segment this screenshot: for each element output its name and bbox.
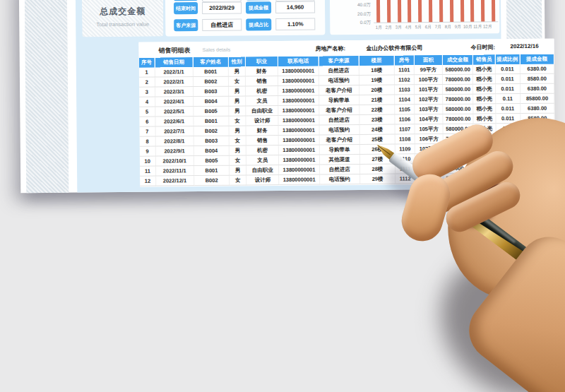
sheet-title: 销售明细表 xyxy=(159,46,191,55)
table-cell: 6380.00 xyxy=(520,64,554,74)
table-cell: 580000.00 xyxy=(443,65,473,75)
x-tick-label: 9月 xyxy=(453,24,463,30)
table-cell: 1106 xyxy=(395,114,415,124)
table-cell: 男 xyxy=(230,165,246,175)
table-cell: 0.11 xyxy=(495,94,520,104)
table-cell: 13800000001 xyxy=(279,165,319,174)
table-cell: 0.011 xyxy=(495,64,520,74)
table-cell: 机密 xyxy=(246,86,278,96)
table-cell: B003 xyxy=(193,86,228,96)
property-name-label: 房地产名称: xyxy=(316,44,346,52)
y-tick-label: 0.0万 xyxy=(360,20,371,26)
table-cell: 稻小壳 xyxy=(473,104,495,114)
bar xyxy=(376,0,381,23)
table-cell: 18楼 xyxy=(359,66,394,76)
column-header: 面积 xyxy=(414,55,442,65)
x-tick-label: 11月 xyxy=(472,24,482,30)
bar xyxy=(429,0,433,22)
table-cell: 导购带单 xyxy=(319,95,359,105)
stat-value: 2022/9/29 xyxy=(202,2,242,14)
x-tick-label: 6月 xyxy=(423,24,433,30)
column-header: 性别 xyxy=(228,57,245,66)
table-cell: 设计师 xyxy=(246,175,279,185)
column-header: 房号 xyxy=(394,55,414,65)
table-cell: 文员 xyxy=(246,96,278,106)
stat-label: 提成占比 xyxy=(246,18,271,30)
chart-x-axis: 1月2月3月4月5月6月7月8月9月10月11月12月 xyxy=(374,23,492,30)
table-cell: 自由职业 xyxy=(246,165,279,175)
table-cell: 2022/7/1 xyxy=(155,126,194,136)
bar xyxy=(386,0,391,23)
stat-value: 1.10% xyxy=(275,18,315,30)
x-tick-label: 10月 xyxy=(463,24,472,30)
table-cell: 财务 xyxy=(246,126,278,136)
summary-subtitle: Total transaction value xyxy=(82,20,163,28)
column-header: 成交金额 xyxy=(442,55,472,65)
table-cell: 0.011 xyxy=(495,84,520,94)
stat-value: 14,960 xyxy=(275,1,315,13)
table-cell: B005 xyxy=(194,155,229,165)
table-cell: 电话预约 xyxy=(319,76,359,85)
column-header: 客户姓名 xyxy=(193,57,228,67)
table-cell: 电话预约 xyxy=(319,174,359,184)
table-cell: 老客户介绍 xyxy=(319,105,359,115)
x-tick-label: 1月 xyxy=(374,25,383,31)
table-cell: 自然进店 xyxy=(319,66,359,76)
table-cell: 13800000001 xyxy=(278,66,319,76)
table-cell: 2022/8/1 xyxy=(155,136,194,146)
table-cell: 3 xyxy=(139,87,155,97)
table-cell: 2022/2/1 xyxy=(155,77,193,87)
bar xyxy=(491,0,495,21)
summary-title: 总成交金额 xyxy=(82,5,163,18)
property-name-value: 金山办公软件有限公司 xyxy=(367,44,423,52)
stat-value: 自然进店 xyxy=(202,19,242,31)
table-cell: 自由职业 xyxy=(246,106,278,116)
table-cell: 男 xyxy=(229,106,246,116)
stat-label: 结束时间 xyxy=(174,2,198,14)
bar xyxy=(408,0,412,22)
x-tick-label: 8月 xyxy=(443,24,453,30)
bar xyxy=(449,0,453,22)
table-cell: 1105 xyxy=(395,105,415,114)
column-header: 销售日期 xyxy=(155,57,193,67)
table-cell: 销售 xyxy=(246,136,278,145)
table-cell: 文员 xyxy=(246,155,278,165)
table-cell: B002 xyxy=(193,76,228,86)
table-cell: 13800000001 xyxy=(278,105,319,115)
table-cell: 2022/5/1 xyxy=(155,107,193,117)
column-header: 职业 xyxy=(245,57,278,66)
table-cell: 1101 xyxy=(394,65,414,75)
table-cell: 6380.00 xyxy=(520,83,554,93)
stat-label: 客户来源 xyxy=(174,19,198,31)
table-cell: B002 xyxy=(194,126,229,136)
table-cell: 6380.00 xyxy=(520,103,554,113)
table-cell: 自然进店 xyxy=(319,165,359,174)
table-cell: 男 xyxy=(229,86,246,96)
table-cell: 580000.00 xyxy=(443,104,473,114)
table-cell: 580000.00 xyxy=(443,84,473,94)
table-cell: 9 xyxy=(140,146,155,156)
table-cell: 1108 xyxy=(395,134,415,144)
bar xyxy=(460,0,464,22)
x-tick-label: 2月 xyxy=(383,25,393,31)
table-cell: B003 xyxy=(194,136,229,145)
table-cell: 1 xyxy=(139,68,155,78)
paper-left-margin xyxy=(25,0,69,193)
table-cell: 0.011 xyxy=(495,74,520,84)
table-cell: 780000.00 xyxy=(443,74,473,84)
table-cell: B005 xyxy=(194,106,229,116)
table-cell: 105平方 xyxy=(415,124,443,134)
x-tick-label: 7月 xyxy=(433,24,443,30)
table-cell: 1102 xyxy=(394,75,414,85)
table-cell: B002 xyxy=(194,175,229,185)
table-cell: 12 xyxy=(140,176,155,186)
table-cell: 稻小壳 xyxy=(473,94,495,104)
chart-plot-area xyxy=(374,0,499,23)
table-cell: 22楼 xyxy=(359,105,395,114)
table-cell: 13800000001 xyxy=(278,115,319,125)
column-header: 序号 xyxy=(139,58,155,68)
table-cell: 女 xyxy=(229,116,246,126)
table-cell: 99平方 xyxy=(414,65,442,75)
stat-label: 提成金额 xyxy=(246,1,271,13)
table-cell: 11 xyxy=(140,166,155,176)
